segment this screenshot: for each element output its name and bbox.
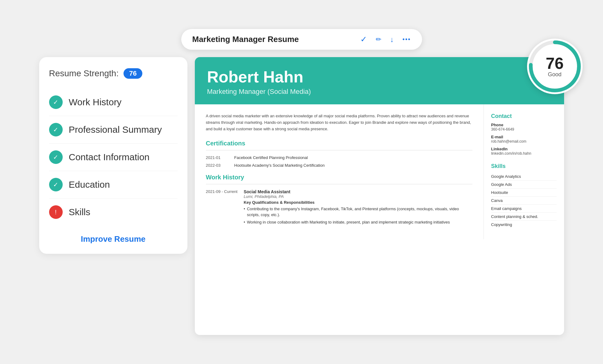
toolbar-icons: ✓ ✏ ↓ ••• — [360, 35, 411, 44]
resume-main-content: A driven social media marketer with an e… — [195, 104, 484, 239]
resume-header: Robert Hahn Marketing Manager (Social Me… — [195, 57, 564, 104]
work-date-1: 2021-09 - Current — [206, 189, 238, 227]
edit-icon[interactable]: ✏ — [376, 36, 381, 44]
phone-value: 360-674-6649 — [491, 127, 557, 132]
cert-name-1: Facebook Certified Planning Professional — [234, 155, 308, 160]
work-job-title-1: Social Media Assistant — [244, 189, 472, 194]
check-icon-work-history: ✓ — [49, 95, 63, 109]
work-bullet-1: Contributing to the company's Instagram,… — [244, 206, 472, 218]
checklist-item-education: ✓ Education — [49, 171, 178, 199]
skill-copywriting: Copywriting — [491, 221, 557, 228]
email-value: rob.hahn@email.com — [491, 139, 557, 144]
check-icon[interactable]: ✓ — [360, 35, 367, 44]
download-icon[interactable]: ↓ — [390, 35, 394, 44]
check-icon-education: ✓ — [49, 178, 63, 191]
linkedin-label: LinkedIn — [491, 147, 557, 151]
improve-resume-button[interactable]: Improve Resume — [49, 234, 178, 244]
resume-name: Robert Hahn — [207, 68, 552, 86]
cert-row-1: 2021-01 Facebook Certified Planning Prof… — [206, 155, 472, 160]
linkedin-value: linkedin.com/in/rob.hahn — [491, 151, 557, 156]
resume-sidebar: Contact Phone 360-674-6649 E-mail rob.ha… — [484, 104, 564, 239]
skill-hootsuite: Hootsuite — [491, 189, 557, 197]
cert-row-2: 2022-03 Hootsuite Academy's Social Marke… — [206, 163, 472, 168]
skill-google-ads: Google Ads — [491, 181, 557, 189]
skill-email-campaigns: Email campaigns — [491, 205, 557, 213]
checklist-label-contact-information: Contact Information — [69, 152, 150, 162]
work-company-1: Lumi, Philadelphia, PA — [244, 194, 472, 199]
checklist-item-contact-information: ✓ Contact Information — [49, 144, 178, 171]
cert-date-1: 2021-01 — [206, 155, 228, 160]
skills-title: Skills — [491, 163, 557, 169]
email-label: E-mail — [491, 135, 557, 139]
strength-label: Resume Strength: — [49, 69, 119, 78]
skill-content-planning: Content planning & sched. — [491, 213, 557, 221]
score-circle: 76 Good — [527, 39, 583, 94]
work-entry-1: 2021-09 - Current Social Media Assistant… — [206, 189, 472, 227]
document-title: Marketing Manager Resume — [192, 35, 352, 44]
certifications-divider — [206, 150, 472, 150]
work-details-1: Social Media Assistant Lumi, Philadelphi… — [244, 189, 472, 227]
contact-title: Contact — [491, 113, 557, 119]
left-panel: Resume Strength: 76 ✓ Work History ✓ Pro… — [39, 57, 187, 254]
resume-panel: Robert Hahn Marketing Manager (Social Me… — [195, 57, 564, 335]
checklist-label-work-history: Work History — [69, 97, 122, 107]
main-area: 76 Good Resume Strength: 76 ✓ Work Histo… — [39, 57, 564, 335]
resume-body: A driven social media marketer with an e… — [195, 104, 564, 239]
score-ring — [527, 39, 583, 94]
checklist-label-professional-summary: Professional Summary — [69, 124, 162, 135]
cert-name-2: Hootsuite Academy's Social Marketing Cer… — [234, 163, 325, 168]
checklist-label-skills: Skills — [69, 207, 90, 217]
checklist-item-skills: ! Skills — [49, 199, 178, 226]
work-history-divider — [206, 184, 472, 184]
certifications-title: Certifications — [206, 140, 472, 147]
check-icon-skills: ! — [49, 205, 63, 219]
checklist-label-education: Education — [69, 179, 110, 190]
work-history-title: Work History — [206, 174, 472, 181]
cert-date-2: 2022-03 — [206, 163, 228, 168]
checklist-item-professional-summary: ✓ Professional Summary — [49, 116, 178, 144]
check-icon-contact-information: ✓ — [49, 150, 63, 164]
strength-badge: 76 — [124, 68, 142, 79]
checklist-item-work-history: ✓ Work History — [49, 89, 178, 116]
phone-label: Phone — [491, 123, 557, 127]
work-bullet-2: Working in close collaboration with Mark… — [244, 219, 472, 225]
work-qualif-1: Key Qualifications & Responsibilities — [244, 200, 472, 205]
check-icon-professional-summary: ✓ — [49, 123, 63, 136]
skill-google-analytics: Google Analytics — [491, 173, 557, 181]
strength-header: Resume Strength: 76 — [49, 68, 178, 79]
more-icon[interactable]: ••• — [402, 36, 411, 43]
top-bar: Marketing Manager Resume ✓ ✏ ↓ ••• — [181, 29, 422, 50]
skill-canva: Canva — [491, 197, 557, 205]
resume-job-title: Marketing Manager (Social Media) — [207, 88, 552, 96]
resume-summary: A driven social media marketer with an e… — [206, 113, 472, 132]
